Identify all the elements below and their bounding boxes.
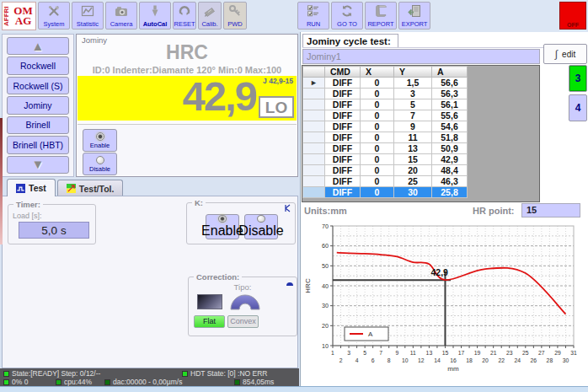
table-cell[interactable]: 0 — [361, 110, 394, 121]
table-cell[interactable]: 54,6 — [432, 121, 468, 132]
k-disable-button[interactable]: Disable — [244, 214, 278, 239]
toolbar-export-button[interactable]: EXPORT — [398, 2, 430, 30]
table-cell[interactable]: DIFF — [325, 165, 361, 176]
row-marker-cell[interactable] — [303, 176, 325, 187]
toolbar-system-button[interactable]: System — [38, 2, 70, 30]
table-cell[interactable]: 51,8 — [432, 132, 468, 143]
scale-button-rockwell-s-[interactable]: Rockwell (S) — [7, 77, 69, 94]
enable-button[interactable]: Enable — [83, 129, 117, 152]
scale-button-brinell[interactable]: Brinell — [7, 116, 69, 134]
load-time-field[interactable]: 5,0 s — [19, 222, 89, 239]
table-cell[interactable]: 1,5 — [394, 78, 432, 89]
table-cell[interactable]: 0 — [361, 165, 394, 176]
table-row[interactable]: ►DIFF01,556,6 — [303, 78, 468, 89]
table-cell[interactable]: 42,9 — [432, 154, 468, 165]
column-header-y[interactable]: Y — [394, 67, 432, 78]
scale-scroll-up-button[interactable]: ▲ — [7, 37, 69, 55]
table-row[interactable]: DIFF02546,3 — [303, 176, 468, 187]
table-row[interactable]: DIFF0556,1 — [303, 99, 468, 110]
row-marker-cell[interactable]: ► — [303, 78, 325, 89]
row-marker-cell[interactable] — [303, 132, 325, 143]
table-cell[interactable]: 46,3 — [432, 176, 468, 187]
tab-test-tol[interactable]: Test/Tol. — [57, 180, 124, 196]
cycle-name-input[interactable]: Jominy1 — [302, 49, 540, 64]
table-cell[interactable]: 56,3 — [432, 89, 468, 99]
table-row[interactable]: DIFF03025,8 — [303, 187, 468, 198]
column-header-cmd[interactable]: CMD — [325, 67, 361, 78]
column-header-a[interactable]: A — [432, 67, 468, 78]
tab-test[interactable]: Test — [7, 179, 56, 196]
toolbar-report-button[interactable]: REPORT — [365, 2, 397, 30]
table-cell[interactable]: 25,8 — [432, 187, 468, 198]
page-4-button[interactable]: 4 — [569, 94, 587, 121]
table-row[interactable]: DIFF01350,9 — [303, 143, 468, 154]
hr-point-field[interactable]: 15 — [521, 203, 580, 217]
table-cell[interactable]: 30 — [394, 187, 432, 198]
row-marker-cell[interactable] — [303, 99, 325, 110]
toolbar-autocal-button[interactable]: AutoCal — [139, 2, 171, 30]
table-cell[interactable]: 9 — [394, 121, 432, 132]
table-cell[interactable]: DIFF — [325, 110, 361, 121]
table-cell[interactable]: 0 — [361, 154, 394, 165]
row-marker-cell[interactable] — [303, 121, 325, 132]
table-cell[interactable]: DIFF — [325, 154, 361, 165]
convex-button[interactable]: Convex — [227, 315, 259, 328]
page-3-button[interactable]: 3 — [569, 65, 587, 92]
table-cell[interactable]: 55,6 — [432, 110, 468, 121]
toolbar-calib--button[interactable]: Calib. — [198, 2, 222, 30]
table-cell[interactable]: DIFF — [325, 187, 361, 198]
scale-button-brinell-hbt-[interactable]: Brinell (HBT) — [7, 136, 69, 153]
table-cell[interactable]: 11 — [394, 132, 432, 143]
table-cell[interactable]: 0 — [361, 99, 394, 110]
toolbar-go-to-button[interactable]: GO TO — [331, 2, 363, 30]
table-cell[interactable]: 48,4 — [432, 165, 468, 176]
table-cell[interactable]: 20 — [394, 165, 432, 176]
scale-button-rockwell[interactable]: Rockwell — [7, 56, 69, 74]
row-marker-cell[interactable] — [303, 154, 325, 165]
table-cell[interactable]: 56,6 — [432, 78, 468, 89]
table-cell[interactable]: DIFF — [325, 176, 361, 187]
table-cell[interactable]: 50,9 — [432, 143, 468, 154]
table-row[interactable]: DIFF01542,9 — [303, 154, 468, 165]
table-row[interactable]: DIFF02048,4 — [303, 165, 468, 176]
table-cell[interactable]: DIFF — [325, 143, 361, 154]
table-cell[interactable]: DIFF — [325, 89, 361, 99]
row-marker-cell[interactable] — [303, 89, 325, 99]
table-cell[interactable]: 13 — [394, 143, 432, 154]
table-cell[interactable]: 56,1 — [432, 99, 468, 110]
toolbar-run-button[interactable]: RUN — [297, 2, 329, 30]
scale-scroll-down-button[interactable]: ▼ — [7, 156, 69, 174]
row-marker-cell[interactable] — [303, 110, 325, 121]
table-cell[interactable]: 3 — [394, 89, 432, 99]
table-row[interactable]: DIFF0356,3 — [303, 89, 468, 99]
edit-button[interactable]: ∫ edit — [543, 44, 587, 64]
table-cell[interactable]: 5 — [394, 99, 432, 110]
table-cell[interactable]: DIFF — [325, 121, 361, 132]
row-marker-cell[interactable] — [303, 143, 325, 154]
table-cell[interactable]: 25 — [394, 176, 432, 187]
toolbar-pwd-button[interactable]: PWD — [223, 2, 247, 30]
table-cell[interactable]: 0 — [361, 132, 394, 143]
toolbar-camera-button[interactable]: Camera — [105, 2, 137, 30]
toolbar-reset-button[interactable]: RESET — [173, 2, 196, 30]
table-row[interactable]: DIFF0954,6 — [303, 121, 468, 132]
table-cell[interactable]: 0 — [361, 176, 394, 187]
column-header-x[interactable]: X — [361, 67, 394, 78]
table-cell[interactable]: DIFF — [325, 99, 361, 110]
table-row[interactable]: DIFF01151,8 — [303, 132, 468, 143]
row-marker-cell[interactable] — [303, 165, 325, 176]
k-enable-button[interactable]: Enable — [206, 214, 239, 239]
off-button[interactable]: OFF — [559, 2, 586, 30]
disable-button[interactable]: Disable — [83, 153, 117, 175]
flat-button[interactable]: Flat — [194, 315, 225, 328]
table-cell[interactable]: 15 — [394, 154, 432, 165]
table-cell[interactable]: 0 — [361, 78, 394, 89]
table-cell[interactable]: DIFF — [325, 132, 361, 143]
table-cell[interactable]: 0 — [361, 143, 394, 154]
table-cell[interactable]: DIFF — [325, 78, 361, 89]
table-cell[interactable]: 0 — [361, 89, 394, 99]
row-marker-cell[interactable] — [303, 187, 325, 198]
cycle-test-tab[interactable]: Jominy cycle test: — [302, 34, 398, 48]
table-row[interactable]: DIFF0755,6 — [303, 110, 468, 121]
scale-button-jominy[interactable]: Jominy — [7, 96, 69, 114]
